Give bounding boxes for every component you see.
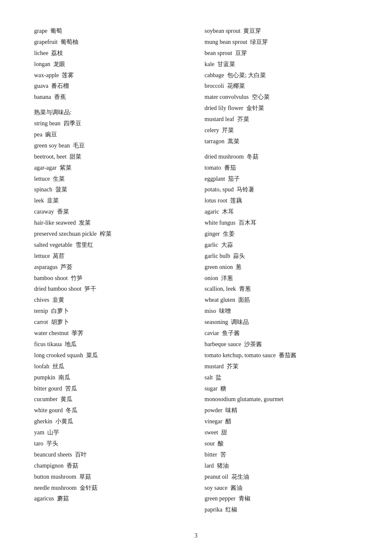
right-column: soybean sprout 黄豆芽mung bean sprout 绿豆芽be… bbox=[196, 26, 358, 515]
list-item: dried lily flower 金针菜 bbox=[205, 103, 358, 114]
list-item: bean sprout 豆芽 bbox=[205, 48, 358, 59]
list-item: tomato ketchup, tomato sauce 番茄酱 bbox=[205, 350, 358, 361]
list-item: beancurd sheets 百叶 bbox=[34, 449, 187, 460]
list-item: beetroot, beet 甜菜 bbox=[34, 151, 187, 162]
list-item: lettuce 生菜 bbox=[34, 173, 187, 185]
list-item: chives 韭黄 bbox=[34, 295, 187, 306]
list-item: miso 味噌 bbox=[205, 306, 358, 317]
list-item: yam 山芋 bbox=[34, 427, 187, 438]
list-item: broccoli 花椰菜 bbox=[205, 81, 358, 92]
list-item: sweet 甜 bbox=[205, 427, 358, 438]
list-item: champignon 香菇 bbox=[34, 460, 187, 471]
list-item: pumpkin 南瓜 bbox=[34, 372, 187, 383]
list-item: preserved szechuan pickle 榨菜 bbox=[34, 228, 187, 240]
list-item: tomato 番茄 bbox=[205, 162, 358, 173]
list-item: powder 味精 bbox=[205, 405, 358, 416]
list-item: cucumber 黄瓜 bbox=[34, 394, 187, 405]
list-item: taro 芋头 bbox=[34, 438, 187, 449]
list-item: onion 洋葱 bbox=[205, 273, 358, 284]
list-item: mustard leaf 芥菜 bbox=[205, 114, 358, 125]
list-item: needle mushroom 金针菇 bbox=[34, 483, 187, 494]
list-item: peanut oil 花生油 bbox=[205, 471, 358, 483]
list-item: mustard 芥茉 bbox=[205, 361, 358, 372]
list-item: bitter 苦 bbox=[205, 449, 358, 460]
list-item: white gourd 冬瓜 bbox=[34, 405, 187, 416]
list-item: grape 葡萄 bbox=[34, 26, 187, 37]
list-item: lichee 荔枝 bbox=[34, 48, 187, 59]
list-item: guava 番石榴 bbox=[34, 81, 187, 92]
list-item: monosodium glutamate, gourmet bbox=[205, 394, 358, 405]
list-item: sour 酸 bbox=[205, 438, 358, 449]
list-item: banana 香蕉 bbox=[34, 92, 187, 103]
list-item: green pepper 青椒 bbox=[205, 493, 358, 504]
list-item: tarragon 蒿菜 bbox=[205, 136, 358, 147]
list-item: cabbage 包心菜; 大白菜 bbox=[205, 70, 358, 81]
list-item: longan 龙眼 bbox=[34, 59, 187, 70]
list-item: sugar 糖 bbox=[205, 383, 358, 394]
list-item: pea 豌豆 bbox=[34, 129, 187, 140]
list-item: kale 甘蓝菜 bbox=[205, 59, 358, 70]
list-item: garlic 大蒜 bbox=[205, 240, 358, 251]
list-item: bitter gourd 苦瓜 bbox=[34, 383, 187, 394]
list-item: carrot 胡萝卜 bbox=[34, 317, 187, 328]
list-item: dried bamboo shoot 笋干 bbox=[34, 283, 187, 295]
left-column: grape 葡萄grapefruit 葡萄柚lichee 荔枝longan 龙眼… bbox=[34, 26, 196, 515]
list-item: asparagus 芦荟 bbox=[34, 262, 187, 273]
list-item: wheat gluten 面筋 bbox=[205, 295, 358, 306]
list-item: green onion 葱 bbox=[205, 262, 358, 273]
list-item: green soy bean 毛豆 bbox=[34, 140, 187, 151]
list-item: potato, spud 马铃薯 bbox=[205, 184, 358, 195]
list-item: soy sauce 酱油 bbox=[205, 483, 358, 494]
list-item: lotus root 莲藕 bbox=[205, 195, 358, 206]
list-item: caraway 香菜 bbox=[34, 206, 187, 217]
list-item: lard 猪油 bbox=[205, 460, 358, 471]
list-item: agaric 木耳 bbox=[205, 206, 358, 217]
list-item: hair-like seaweed 发菜 bbox=[34, 217, 187, 228]
main-content: grape 葡萄grapefruit 葡萄柚lichee 荔枝longan 龙眼… bbox=[34, 26, 358, 515]
list-item: gherkin 小黄瓜 bbox=[34, 416, 187, 427]
list-item: wax-apple 莲雾 bbox=[34, 70, 187, 81]
list-item: grapefruit 葡萄柚 bbox=[34, 37, 187, 48]
section-label: 熟菜与调味品: bbox=[34, 107, 187, 118]
list-item: leek 韭菜 bbox=[34, 195, 187, 206]
list-item: water chestnut 荸荠 bbox=[34, 328, 187, 339]
page-number: 3 bbox=[34, 532, 358, 539]
list-item: mater convolvulus 空心菜 bbox=[205, 92, 358, 103]
list-item: lettuce 莴苣 bbox=[34, 251, 187, 262]
list-item: garlic bulb 蒜头 bbox=[205, 251, 358, 262]
list-item: ginger 生姜 bbox=[205, 228, 358, 240]
list-item: string bean 四季豆 bbox=[34, 118, 187, 129]
list-item: agaricus 蘑菇 bbox=[34, 493, 187, 504]
list-item: ficus tikaua 地瓜 bbox=[34, 339, 187, 350]
list-item: celery 芹菜 bbox=[205, 125, 358, 136]
list-item: vinegar 醋 bbox=[205, 416, 358, 427]
list-item: bamboo shoot 竹笋 bbox=[34, 273, 187, 284]
list-item: dried mushroom 冬菇 bbox=[205, 151, 358, 162]
list-item: eggplant 茄子 bbox=[205, 173, 358, 185]
list-item: scallion, leek 青葱 bbox=[205, 283, 358, 295]
list-item: button mushroom 草菇 bbox=[34, 471, 187, 483]
list-item: mung bean sprout 绿豆芽 bbox=[205, 37, 358, 48]
list-item: salted vegetable 雪里红 bbox=[34, 240, 187, 251]
list-item: barbeque sauce 沙茶酱 bbox=[205, 339, 358, 350]
list-item: soybean sprout 黄豆芽 bbox=[205, 26, 358, 37]
list-item: agar-agar 紫菜 bbox=[34, 162, 187, 173]
list-item: ternip 白萝卜 bbox=[34, 306, 187, 317]
list-item: caviar 鱼子酱 bbox=[205, 328, 358, 339]
list-item: loofah 丝瓜 bbox=[34, 361, 187, 372]
list-item: spinach 菠菜 bbox=[34, 184, 187, 195]
list-item: white fungus 百木耳 bbox=[205, 217, 358, 228]
list-item: salt 盐 bbox=[205, 372, 358, 383]
list-item: long crooked squash 菜瓜 bbox=[34, 350, 187, 361]
list-item: seasoning 调味品 bbox=[205, 317, 358, 328]
list-item: paprika 红椒 bbox=[205, 504, 358, 515]
